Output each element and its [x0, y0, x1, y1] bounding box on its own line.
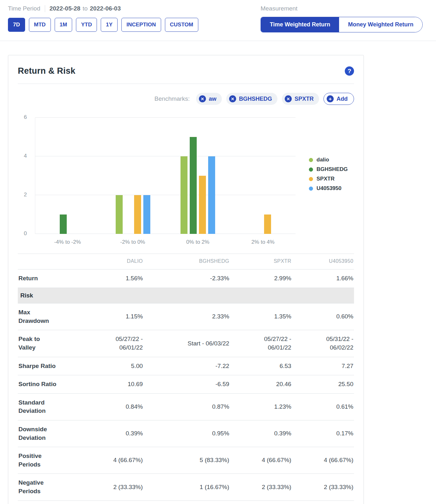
- bar-SPXTR: [199, 176, 206, 234]
- row-label: Negative Periods: [18, 474, 81, 501]
- vertical-divider: [45, 5, 45, 12]
- cell: 05/27/22 - 06/01/22: [81, 330, 143, 357]
- remove-icon[interactable]: ✕: [229, 95, 236, 102]
- cell: 2.33%: [143, 303, 230, 330]
- measurement-section: Measurement Time Weighted ReturnMoney We…: [261, 5, 423, 32]
- legend-item-BGHSHEDG: BGHSHEDG: [309, 166, 348, 173]
- legend-dot: [309, 167, 313, 172]
- period-buttons: 7DMTD1MYTD1YINCEPTIONCUSTOM: [8, 18, 198, 32]
- legend-label: SPXTR: [317, 176, 335, 182]
- row-label: Sortino Ratio: [18, 375, 81, 394]
- period-button-1y[interactable]: 1Y: [101, 18, 118, 32]
- add-benchmark-label: Add: [337, 96, 348, 102]
- cell: 0.17%: [292, 420, 354, 447]
- section-row: Risk: [18, 288, 354, 303]
- cell: 1.23%: [230, 393, 292, 420]
- bar-BGHSHEDG: [190, 137, 197, 234]
- period-button-inception[interactable]: INCEPTION: [121, 18, 161, 32]
- column-header-dalio: DALIO: [81, 254, 143, 269]
- row-label: Sharpe Ratio: [18, 357, 81, 375]
- plus-icon: +: [327, 95, 334, 102]
- legend-item-dalio: dalio: [309, 157, 348, 163]
- cell: 05/31/22 - 06/02/22: [292, 330, 354, 357]
- page-divider: [0, 41, 436, 41]
- date-range-separator: to: [83, 5, 88, 12]
- card-divider: [18, 84, 354, 84]
- bar-groups: [35, 118, 296, 234]
- period-button-mtd[interactable]: MTD: [29, 18, 51, 32]
- table-row: Sortino Ratio10.69-6.5920.4625.50: [18, 375, 354, 394]
- legend-item-SPXTR: SPXTR: [309, 176, 348, 182]
- card-title: Return & Risk: [18, 66, 75, 76]
- period-button-custom[interactable]: CUSTOM: [165, 18, 198, 32]
- cell: 0.39%: [230, 420, 292, 447]
- add-benchmark-button[interactable]: +Add: [324, 93, 354, 105]
- cell: 0.39%: [81, 420, 143, 447]
- table-row: Downside Deviation0.39%0.95%0.39%0.17%: [18, 420, 354, 447]
- x-axis-labels: -4% to -2%-2% to 0%0% to 2%2% to 4%: [35, 239, 296, 245]
- x-tick-label: -2% to 0%: [100, 239, 165, 245]
- cell: 1.56%: [81, 269, 143, 288]
- row-label: Positive Periods: [18, 447, 81, 474]
- period-button-7d[interactable]: 7D: [8, 18, 25, 32]
- x-tick-label: 2% to 4%: [230, 239, 296, 245]
- table-header-row: DALIOBGHSHEDGSPXTRU4053950: [18, 254, 354, 269]
- period-button-ytd[interactable]: YTD: [76, 18, 97, 32]
- cell: 0.84%: [81, 393, 143, 420]
- benchmark-chips: ✕aw✕BGHSHEDG✕SPXTR: [196, 93, 319, 105]
- column-header-bghshedg: BGHSHEDG: [143, 254, 230, 269]
- benchmarks-label: Benchmarks:: [154, 95, 190, 102]
- bar-U4053950: [143, 195, 150, 234]
- period-button-1m[interactable]: 1M: [55, 18, 72, 32]
- column-header-spxtr: SPXTR: [230, 254, 292, 269]
- legend-item-U4053950: U4053950: [309, 185, 348, 192]
- bar-group-2: [166, 118, 231, 234]
- date-range-end: 2022-06-03: [90, 5, 121, 12]
- chart-legend: dalioBGHSHEDGSPXTRU4053950: [309, 157, 348, 206]
- y-tick-label: 2: [24, 192, 27, 198]
- cell: 20.46: [230, 375, 292, 394]
- date-range-start: 2022-05-28: [50, 5, 80, 12]
- column-header-u4053950: U4053950: [292, 254, 354, 269]
- cell: 10.69: [81, 375, 143, 394]
- help-icon[interactable]: ?: [345, 66, 354, 76]
- bar-group-3: [230, 118, 296, 234]
- y-tick-label: 6: [24, 114, 27, 120]
- y-tick-label: 4: [24, 153, 27, 159]
- x-tick-label: 0% to 2%: [165, 239, 230, 245]
- cell: -7.22: [143, 357, 230, 375]
- benchmark-chip-spxtr[interactable]: ✕SPXTR: [282, 93, 319, 105]
- row-label: Max Drawdown: [18, 303, 81, 330]
- row-label: Return: [18, 269, 81, 288]
- cell: 05/27/22 - 06/01/22: [230, 330, 292, 357]
- benchmark-chip-label: SPXTR: [295, 96, 314, 102]
- table-row: Peak to Valley05/27/22 - 06/01/22Start -…: [18, 330, 354, 357]
- time-period-section: Time Period 2022-05-28 to 2022-06-03 7DM…: [8, 5, 198, 32]
- cell: 25.50: [292, 375, 354, 394]
- cell: 1.35%: [230, 303, 292, 330]
- measurement-toggle-time-weighted-return[interactable]: Time Weighted Return: [261, 17, 339, 32]
- row-label: Peak to Valley: [18, 330, 81, 357]
- topbar: Time Period 2022-05-28 to 2022-06-03 7DM…: [0, 0, 436, 32]
- remove-icon[interactable]: ✕: [199, 95, 206, 102]
- legend-dot: [309, 177, 313, 181]
- plot-area: 0246: [35, 118, 296, 234]
- bar-SPXTR: [134, 195, 141, 234]
- benchmarks-row: Benchmarks: ✕aw✕BGHSHEDG✕SPXTR +Add: [18, 93, 354, 105]
- x-tick-label: -4% to -2%: [35, 239, 100, 245]
- measurement-label: Measurement: [261, 5, 297, 12]
- cell: 1 (16.67%): [143, 474, 230, 501]
- cell: Start - 06/03/22: [143, 330, 230, 357]
- bar-dalio: [181, 156, 187, 234]
- cell: 0.87%: [143, 393, 230, 420]
- cell: -6.59: [143, 375, 230, 394]
- measurement-toggle-money-weighted-return[interactable]: Money Weighted Return: [339, 17, 422, 32]
- row-label: Downside Deviation: [18, 420, 81, 447]
- benchmark-chip-bghshedg[interactable]: ✕BGHSHEDG: [226, 93, 277, 105]
- cell: 2 (33.33%): [81, 474, 143, 501]
- legend-dot: [309, 187, 313, 191]
- table-row: Return1.56%-2.33%2.99%1.66%: [18, 269, 354, 288]
- benchmark-chip-aw[interactable]: ✕aw: [196, 93, 222, 105]
- remove-icon[interactable]: ✕: [285, 95, 292, 102]
- legend-label: BGHSHEDG: [317, 166, 348, 173]
